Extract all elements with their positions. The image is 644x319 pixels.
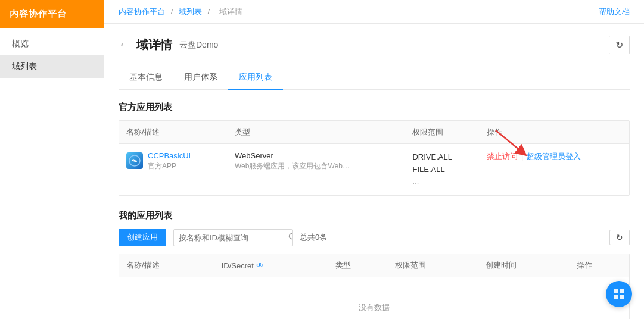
- my-col-id-secret: ID/Secret 👁: [214, 254, 328, 277]
- col-actions: 操作: [480, 121, 629, 144]
- tabs: 基本信息 用户体系 应用列表: [119, 66, 630, 90]
- sidebar-item-domain-list[interactable]: 域列表: [0, 55, 104, 78]
- content-area: ← 域详情 云盘Demo ↻ 基本信息 用户体系 应用列表 官方应用列表 名称/…: [104, 24, 644, 319]
- no-data-text: 没有数据: [126, 284, 622, 319]
- app-name-cell: CCPBasicUI 官方APP: [126, 151, 220, 171]
- domain-name-tag: 云盘Demo: [179, 40, 218, 51]
- action-admin-link[interactable]: 超级管理员登入: [527, 151, 581, 162]
- app-type-main: WebServer: [235, 151, 399, 160]
- table-row: CCPBasicUI 官方APP WebServer Web服务端应用，该应用包…: [119, 144, 629, 196]
- breadcrumb-sep2: /: [207, 7, 211, 16]
- breadcrumb-home[interactable]: 内容协作平台: [119, 7, 165, 16]
- my-col-actions: 操作: [570, 254, 629, 277]
- page-title-row: ← 域详情 云盘Demo ↻: [119, 36, 630, 54]
- my-col-name: 名称/描述: [119, 254, 214, 277]
- breadcrumb-sep1: /: [171, 7, 175, 16]
- id-secret-label: ID/Secret: [222, 261, 254, 270]
- svg-rect-7: [614, 295, 618, 299]
- bottom-widget[interactable]: [606, 281, 632, 307]
- svg-point-3: [290, 233, 293, 239]
- my-apps-title: 我的应用列表: [119, 210, 630, 221]
- app-icon: [126, 152, 143, 169]
- app-name[interactable]: CCPBasicUI: [148, 151, 191, 160]
- permissions-cell: DRIVE.ALL FILE.ALL ...: [412, 151, 472, 188]
- eye-icon[interactable]: 👁: [256, 261, 264, 270]
- svg-rect-8: [620, 295, 624, 299]
- main-content: 内容协作平台 / 域列表 / 域详情 帮助文档 ← 域详情 云盘Demo ↻ 基…: [104, 0, 644, 319]
- help-link[interactable]: 帮助文档: [599, 7, 630, 17]
- total-count: 总共0条: [300, 232, 327, 243]
- official-apps-title: 官方应用列表: [119, 102, 630, 113]
- app-desc: 官方APP: [148, 161, 191, 171]
- search-input[interactable]: [174, 230, 284, 245]
- search-box: [173, 229, 293, 246]
- topbar: 内容协作平台 / 域列表 / 域详情 帮助文档: [104, 0, 644, 24]
- my-col-type: 类型: [328, 254, 388, 277]
- sidebar-nav: 概览 域列表: [0, 28, 104, 78]
- app-type-desc: Web服务端应用，该应用包含Web…: [235, 161, 399, 171]
- tab-app-list[interactable]: 应用列表: [228, 66, 283, 90]
- col-permissions: 权限范围: [405, 121, 480, 144]
- sidebar-item-overview[interactable]: 概览: [0, 33, 104, 55]
- my-apps-header: 创建应用 总共0条 ↻: [119, 229, 630, 246]
- svg-point-1: [133, 160, 136, 162]
- breadcrumb-current: 域详情: [219, 7, 242, 16]
- my-apps-refresh-button[interactable]: ↻: [609, 230, 630, 245]
- official-apps-table: 名称/描述 类型 权限范围 操作: [119, 120, 630, 196]
- sidebar-header: 内容协作平台: [0, 0, 104, 28]
- my-col-created: 创建时间: [478, 254, 569, 277]
- svg-rect-6: [620, 289, 624, 293]
- svg-rect-5: [614, 289, 618, 293]
- my-col-permissions: 权限范围: [388, 254, 478, 277]
- tab-user-system[interactable]: 用户体系: [173, 66, 228, 90]
- page-title-group: ← 域详情 云盘Demo: [119, 37, 218, 53]
- col-name: 名称/描述: [119, 121, 228, 144]
- page-refresh-button[interactable]: ↻: [609, 36, 630, 54]
- perm-item: DRIVE.ALL: [412, 151, 472, 164]
- action-divider: |: [521, 152, 523, 161]
- col-type: 类型: [228, 121, 406, 144]
- perm-item: FILE.ALL: [412, 164, 472, 176]
- tab-basic[interactable]: 基本信息: [119, 66, 173, 90]
- back-arrow[interactable]: ←: [119, 39, 129, 51]
- create-app-button[interactable]: 创建应用: [119, 229, 166, 246]
- sidebar: 内容协作平台 概览 域列表: [0, 0, 104, 319]
- my-apps-table: 名称/描述 ID/Secret 👁 类型 权限范围 创建时间 操作: [119, 254, 630, 319]
- breadcrumb-domain-list[interactable]: 域列表: [179, 7, 202, 16]
- breadcrumb: 内容协作平台 / 域列表 / 域详情: [119, 7, 246, 17]
- search-icon-button[interactable]: [284, 230, 293, 246]
- no-data-row: 没有数据: [119, 277, 629, 319]
- action-deny-link[interactable]: 禁止访问: [487, 151, 518, 162]
- perm-item: ...: [412, 176, 472, 189]
- page-title: 域详情: [136, 37, 172, 53]
- action-cell: 禁止访问 | 超级管理员登入: [487, 151, 622, 162]
